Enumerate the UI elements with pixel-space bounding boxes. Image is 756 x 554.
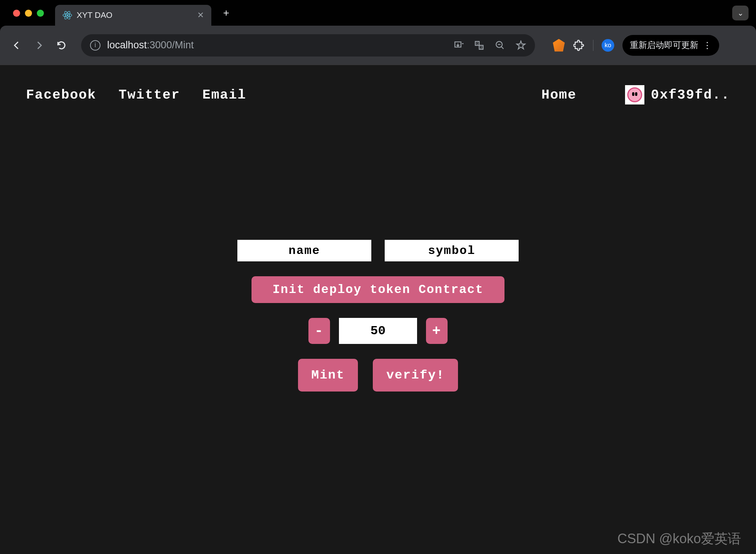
deploy-contract-button[interactable]: Init deploy token Contract	[252, 276, 504, 303]
profile-avatar[interactable]: ko	[602, 39, 614, 52]
close-window-button[interactable]	[13, 10, 20, 17]
url-actions: G文	[453, 40, 526, 51]
nav-email-link[interactable]: Email	[202, 87, 246, 103]
quantity-input[interactable]	[339, 318, 417, 344]
svg-text:文: 文	[480, 46, 483, 49]
svg-text:G: G	[476, 42, 478, 45]
mint-panel: Init deploy token Contract - + Mint veri…	[0, 240, 756, 392]
tab-bar: XYT DAO ✕ + ⌄	[0, 0, 756, 26]
site-info-icon[interactable]: i	[90, 40, 100, 51]
toolbar-right: ko 重新启动即可更新 ⋮	[553, 35, 719, 56]
wallet-address: 0xf39fd..	[651, 87, 730, 103]
tabs-dropdown-button[interactable]: ⌄	[732, 6, 749, 20]
minimize-window-button[interactable]	[25, 10, 32, 17]
new-tab-button[interactable]: +	[219, 7, 234, 19]
metamask-extension-icon[interactable]	[553, 39, 565, 51]
maximize-window-button[interactable]	[37, 10, 44, 17]
nav-home-link[interactable]: Home	[541, 87, 576, 103]
svg-point-3	[67, 15, 68, 16]
forward-button[interactable]	[30, 36, 48, 55]
tab-title: XYT DAO	[77, 10, 193, 20]
quantity-stepper: - +	[308, 318, 448, 344]
address-bar[interactable]: i localhost:3000/Mint G文	[81, 34, 535, 57]
nav-facebook-link[interactable]: Facebook	[26, 87, 96, 103]
react-icon	[63, 10, 72, 20]
translate-icon[interactable]: G文	[474, 40, 484, 51]
browser-chrome: XYT DAO ✕ + ⌄ i localhost:3000/Mint	[0, 0, 756, 65]
menu-kebab-icon[interactable]: ⋮	[703, 40, 712, 51]
update-button[interactable]: 重新启动即可更新 ⋮	[622, 35, 719, 56]
window-controls	[13, 10, 44, 17]
token-symbol-input[interactable]	[385, 240, 519, 261]
wallet-avatar-icon	[625, 85, 644, 104]
action-row: Mint verify!	[298, 359, 458, 392]
reload-button[interactable]	[52, 36, 71, 55]
divider	[593, 40, 593, 51]
close-tab-button[interactable]: ✕	[197, 10, 204, 20]
install-app-icon[interactable]	[453, 40, 464, 51]
nav-twitter-link[interactable]: Twitter	[119, 87, 180, 103]
back-button[interactable]	[7, 36, 26, 55]
extensions-icon[interactable]	[573, 39, 585, 51]
update-label: 重新启动即可更新	[630, 39, 698, 51]
increment-button[interactable]: +	[426, 318, 448, 344]
mint-button[interactable]: Mint	[298, 359, 358, 392]
watermark-text: CSDN @koko爱英语	[617, 530, 741, 548]
address-toolbar: i localhost:3000/Mint G文	[0, 26, 756, 65]
browser-tab[interactable]: XYT DAO ✕	[55, 5, 211, 26]
bookmark-star-icon[interactable]	[516, 40, 526, 51]
decrement-button[interactable]: -	[308, 318, 330, 344]
url-text: localhost:3000/Mint	[107, 39, 194, 51]
token-meta-row	[237, 240, 519, 261]
site-header: Facebook Twitter Email Home 0xf39fd..	[0, 65, 756, 110]
zoom-icon[interactable]	[495, 40, 505, 51]
token-name-input[interactable]	[237, 240, 371, 261]
wallet-display[interactable]: 0xf39fd..	[625, 85, 730, 104]
verify-button[interactable]: verify!	[373, 359, 458, 392]
page-content: Facebook Twitter Email Home 0xf39fd.. In…	[0, 65, 756, 554]
